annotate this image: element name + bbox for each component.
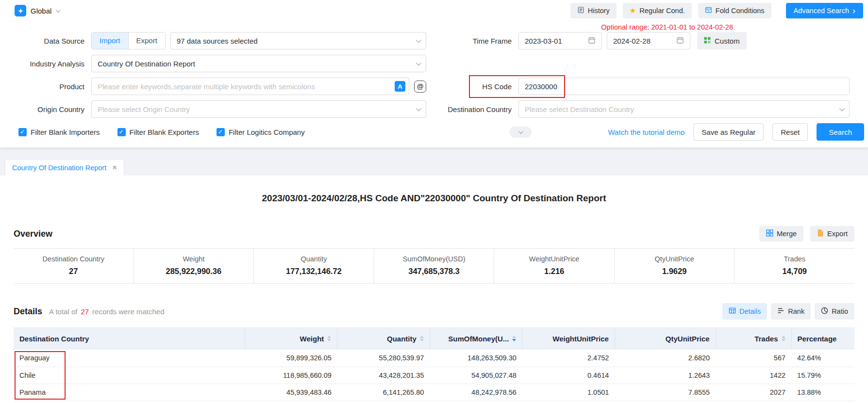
cell-qty-unit-price: 1.2643: [615, 367, 716, 384]
match-summary: A total of27records were matched: [49, 307, 164, 316]
cell-country: Chile: [14, 367, 245, 384]
col-destination-country: Destination Country: [14, 327, 245, 350]
workspace-label[interactable]: Global: [31, 7, 51, 15]
form-row-industry: Industry Analysis Country Of Destination…: [18, 55, 850, 72]
cell-sum-of-money: 48,242,978.56: [430, 384, 522, 401]
reset-button[interactable]: Reset: [772, 123, 808, 141]
cell-trades: 2027: [716, 384, 791, 401]
export-toggle[interactable]: Export: [128, 32, 165, 49]
custom-label: Custom: [715, 37, 740, 45]
collapse-form-button[interactable]: [509, 127, 532, 138]
calendar-icon: [676, 36, 684, 46]
chevron-down-icon: [416, 60, 421, 65]
details-table: Destination Country Weight Quantity SumO…: [14, 327, 854, 401]
chevron-down-icon: [416, 37, 421, 43]
view-rank-button[interactable]: Rank: [771, 303, 811, 320]
sort-icon[interactable]: [420, 336, 424, 342]
industry-analysis-value: Country Of Destination Report: [98, 60, 195, 68]
cell-quantity: 6,141,265.80: [337, 384, 430, 401]
col-quantity[interactable]: Quantity: [337, 327, 430, 350]
close-icon[interactable]: [112, 163, 117, 172]
start-date-input[interactable]: 2023-03-01: [518, 32, 602, 49]
export-button[interactable]: Export: [810, 226, 854, 242]
translate-icon[interactable]: [395, 81, 405, 92]
cell-country: Panama: [14, 384, 245, 401]
table-grid-icon: [729, 307, 736, 316]
regular-cond-label: Regular Cond.: [639, 7, 685, 15]
history-button[interactable]: History: [570, 3, 617, 18]
col-trades[interactable]: Trades: [716, 327, 791, 350]
tab-country-of-destination-report[interactable]: Country Of Destination Report: [5, 159, 124, 176]
data-source-select[interactable]: 97 data sources selected: [170, 32, 426, 49]
stat-weight: Weight 285,922,990.36: [134, 249, 254, 283]
sort-icon-active-desc[interactable]: [512, 336, 516, 342]
time-frame-label: Time Frame: [426, 37, 518, 45]
sort-icon[interactable]: [782, 336, 785, 342]
table-header-row: Destination Country Weight Quantity SumO…: [14, 327, 854, 350]
stat-sum-of-money: SumOfMoney(USD) 347,685,378.3: [374, 249, 495, 283]
filter-logistics-company-checkbox[interactable]: [217, 128, 225, 136]
view-ratio-button[interactable]: Ratio: [815, 303, 854, 320]
destination-country-select[interactable]: Please select Destination Country: [518, 100, 850, 118]
save-as-regular-button[interactable]: Save as Regular: [693, 123, 764, 141]
form-row-countries: Origin Country Please select Origin Coun…: [18, 100, 850, 118]
product-keywords-input[interactable]: [91, 78, 409, 95]
chevron-down-icon[interactable]: [56, 8, 61, 13]
fold-conditions-label: Fold Conditions: [716, 7, 765, 15]
end-date-value: 2024-02-28: [613, 37, 651, 45]
history-label: History: [588, 7, 610, 15]
cell-sum-of-money: 148,263,509.30: [430, 350, 522, 367]
details-table-wrap: Destination Country Weight Quantity SumO…: [14, 327, 854, 401]
data-source-selected-text: 97 data sources selected: [177, 37, 258, 45]
cell-percentage: 15.79%: [791, 367, 854, 384]
view-details-button[interactable]: Details: [722, 303, 767, 320]
regular-cond-button[interactable]: Regular Cond.: [623, 3, 692, 18]
merge-label: Merge: [777, 230, 797, 238]
sort-icon[interactable]: [327, 336, 331, 342]
matched-count: 27: [81, 307, 89, 316]
origin-country-label: Origin Country: [18, 105, 91, 113]
overview-stats: Destination Country 27 Weight 285,922,99…: [14, 248, 854, 284]
col-sum-of-money[interactable]: SumOfMoney(U...: [430, 327, 522, 350]
merge-button[interactable]: Merge: [759, 226, 803, 242]
overview-header: Overview Merge Export: [14, 226, 854, 242]
filter-blank-importers: Filter Blank Importers: [18, 128, 100, 136]
at-circle-icon[interactable]: [414, 81, 426, 93]
col-percentage: Percentage: [791, 327, 854, 350]
search-button[interactable]: Search: [817, 123, 864, 141]
filter-blank-importers-checkbox[interactable]: [18, 128, 27, 136]
hs-code-input[interactable]: [518, 78, 850, 95]
workspace-switcher[interactable]: Global: [15, 5, 59, 16]
import-export-toggle: Import Export: [91, 32, 166, 49]
form-actions: Watch the tutorial demo Save as Regular …: [608, 123, 864, 141]
table-row: Chile 118,985,660.09 43,428,201.35 54,90…: [14, 367, 854, 384]
industry-analysis-label: Industry Analysis: [18, 60, 91, 68]
col-qty-unit-price: QtyUnitPrice: [615, 327, 716, 350]
custom-range-button[interactable]: Custom: [697, 32, 747, 49]
cell-percentage: 42.64%: [791, 350, 854, 367]
form-row-data-source: Data Source Import Export 97 data source…: [18, 32, 850, 49]
custom-grid-icon: [704, 37, 711, 45]
pie-chart-icon: [821, 307, 828, 316]
fold-icon: [705, 6, 712, 15]
fold-conditions-button[interactable]: Fold Conditions: [698, 3, 771, 18]
start-date-value: 2023-03-01: [525, 37, 562, 45]
industry-analysis-select[interactable]: Country Of Destination Report: [91, 55, 426, 72]
tutorial-link[interactable]: Watch the tutorial demo: [608, 128, 685, 136]
origin-country-select[interactable]: Please select Origin Country: [91, 100, 426, 118]
filter-blank-exporters-checkbox[interactable]: [117, 128, 126, 136]
rank-bars-icon: [777, 307, 785, 316]
import-toggle[interactable]: Import: [92, 32, 128, 49]
tab-label: Country Of Destination Report: [12, 164, 106, 172]
end-date-input[interactable]: 2024-02-28: [607, 32, 690, 49]
origin-country-placeholder: Please select Origin Country: [98, 105, 190, 113]
advanced-search-button[interactable]: Advanced Search: [786, 3, 863, 18]
calendar-icon: [588, 36, 596, 46]
col-weight[interactable]: Weight: [245, 327, 337, 350]
overview-heading: Overview: [14, 229, 52, 239]
destination-country-label: Destination Country: [426, 105, 518, 113]
cell-weight: 45,939,483.46: [245, 384, 337, 401]
stat-destination-country: Destination Country 27: [14, 249, 134, 283]
cell-weight: 118,985,660.09: [245, 367, 337, 384]
stat-weight-unit-price: WeightUnitPrice 1.216: [494, 249, 615, 283]
